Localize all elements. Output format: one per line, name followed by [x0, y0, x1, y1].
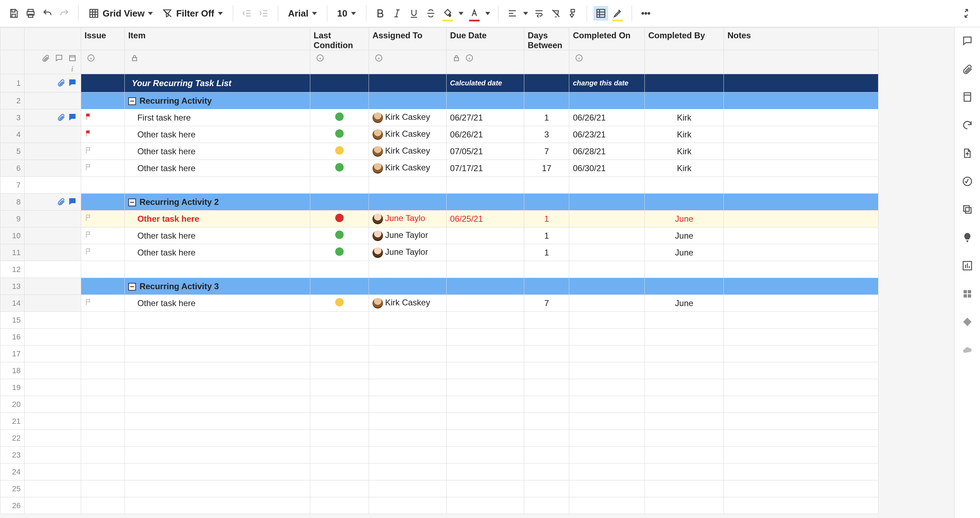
cell[interactable] — [569, 261, 645, 278]
cell[interactable] — [569, 328, 645, 346]
row-indicators[interactable] — [24, 497, 81, 514]
cell[interactable] — [446, 92, 524, 109]
cell[interactable] — [569, 396, 645, 413]
cell[interactable] — [369, 278, 446, 295]
cell[interactable] — [369, 346, 446, 362]
condition-cell[interactable] — [310, 109, 369, 126]
cell[interactable] — [369, 177, 446, 194]
flag-icon[interactable] — [85, 112, 92, 123]
upload-panel-button[interactable] — [960, 146, 974, 160]
status-dot-icon[interactable] — [335, 163, 344, 172]
row-number[interactable]: 6 — [0, 160, 25, 177]
row-indicators[interactable] — [24, 109, 81, 126]
cell[interactable] — [446, 379, 524, 396]
comment-icon[interactable] — [67, 78, 77, 88]
row-indicators[interactable] — [24, 227, 81, 244]
cell[interactable] — [644, 177, 724, 194]
more-button[interactable] — [638, 6, 653, 21]
cell[interactable] — [310, 362, 369, 379]
align-button[interactable] — [505, 6, 520, 21]
completed-by-cell[interactable]: Kirk — [644, 143, 724, 160]
cell[interactable] — [524, 74, 569, 92]
cell[interactable] — [446, 362, 524, 379]
cell[interactable] — [724, 497, 878, 514]
assignee-cell[interactable]: Kirk Caskey — [369, 295, 446, 312]
outdent-button[interactable] — [240, 6, 255, 21]
cell[interactable] — [369, 430, 446, 447]
cell[interactable] — [369, 261, 446, 278]
assignee-cell[interactable]: June Taylor — [369, 244, 446, 261]
cell[interactable] — [124, 312, 310, 328]
charts-panel-button[interactable] — [960, 259, 974, 273]
indent-button[interactable] — [256, 6, 271, 21]
days-between-cell[interactable]: 7 — [524, 295, 569, 312]
condition-cell[interactable] — [310, 210, 369, 227]
cell[interactable] — [724, 194, 878, 210]
flag-icon[interactable] — [85, 146, 92, 157]
condition-cell[interactable] — [310, 227, 369, 244]
section-cell[interactable]: −Recurring Activity 3 — [124, 278, 310, 295]
cell[interactable] — [124, 346, 310, 362]
cell[interactable] — [369, 328, 446, 346]
cell[interactable] — [644, 92, 724, 109]
cell[interactable] — [644, 430, 724, 447]
cell[interactable] — [524, 312, 569, 328]
row-indicators[interactable] — [24, 74, 81, 92]
cell[interactable] — [724, 261, 878, 278]
cell[interactable] — [644, 346, 724, 362]
cell[interactable] — [644, 413, 724, 430]
cell[interactable] — [644, 447, 724, 464]
row-indicators[interactable] — [24, 160, 81, 177]
row-indicators[interactable] — [24, 328, 81, 346]
cell[interactable] — [310, 92, 369, 109]
attachment-icon[interactable] — [56, 196, 66, 206]
cell[interactable] — [524, 177, 569, 194]
row-number[interactable]: 4 — [0, 126, 25, 143]
font-size-select[interactable]: 10 — [334, 6, 360, 21]
cell[interactable] — [446, 346, 524, 362]
cell[interactable] — [81, 261, 124, 278]
days-between-cell[interactable]: 3 — [524, 126, 569, 143]
chevron-down-icon[interactable] — [458, 12, 463, 15]
issue-cell[interactable] — [81, 143, 124, 160]
italic-button[interactable] — [390, 6, 404, 21]
cell[interactable] — [524, 278, 569, 295]
cell[interactable] — [124, 396, 310, 413]
cell[interactable] — [81, 194, 124, 210]
cell[interactable] — [124, 177, 310, 194]
row-number[interactable]: 18 — [0, 362, 25, 379]
column-header-item[interactable]: Item — [124, 28, 310, 50]
row-number[interactable]: 5 — [0, 143, 25, 160]
cell[interactable] — [81, 92, 124, 109]
fill-color-button[interactable] — [440, 6, 455, 21]
cell[interactable]: change this date — [569, 74, 645, 92]
comment-icon[interactable] — [67, 112, 77, 122]
cell[interactable] — [446, 480, 524, 497]
cell[interactable] — [81, 278, 124, 295]
cell[interactable] — [446, 447, 524, 464]
row-indicators[interactable] — [24, 194, 81, 210]
status-dot-icon[interactable] — [335, 298, 344, 306]
row-indicators[interactable] — [24, 362, 81, 379]
cell[interactable] — [446, 312, 524, 328]
row-number[interactable]: 13 — [0, 278, 25, 295]
cell[interactable] — [569, 346, 645, 362]
row-number[interactable]: 22 — [0, 430, 25, 447]
issue-cell[interactable] — [81, 160, 124, 177]
cell[interactable] — [644, 74, 724, 92]
cell[interactable] — [369, 413, 446, 430]
cell[interactable] — [446, 464, 524, 480]
completed-by-cell[interactable]: Kirk — [644, 126, 724, 143]
cell[interactable] — [310, 278, 369, 295]
cell[interactable] — [644, 278, 724, 295]
cell[interactable] — [124, 379, 310, 396]
due-date-cell[interactable] — [446, 244, 524, 261]
column-header-notes[interactable]: Notes — [724, 28, 878, 50]
cell[interactable] — [81, 464, 124, 480]
cell[interactable] — [724, 92, 878, 109]
cell[interactable] — [310, 464, 369, 480]
cell[interactable] — [524, 362, 569, 379]
cell[interactable] — [369, 480, 446, 497]
row-indicators[interactable] — [24, 379, 81, 396]
cell[interactable] — [81, 346, 124, 362]
